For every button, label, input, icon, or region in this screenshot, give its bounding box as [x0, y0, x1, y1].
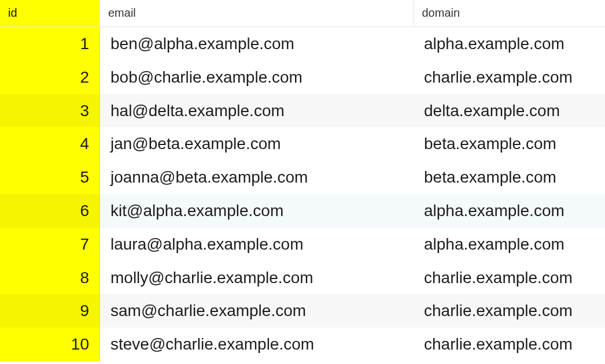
- cell-email: bob@charlie.example.com: [100, 61, 414, 94]
- cell-email: steve@charlie.example.com: [100, 328, 414, 361]
- table-row[interactable]: 5joanna@beta.example.combeta.example.com: [0, 161, 605, 194]
- cell-email: kit@alpha.example.com: [100, 194, 414, 228]
- cell-email: sam@charlie.example.com: [100, 294, 414, 328]
- cell-domain: charlie.example.com: [414, 294, 605, 328]
- cell-email: hal@delta.example.com: [100, 94, 414, 128]
- cell-domain: beta.example.com: [414, 161, 605, 194]
- cell-id: 8: [0, 261, 100, 295]
- cell-domain: alpha.example.com: [414, 228, 605, 261]
- column-header-email[interactable]: email: [100, 0, 414, 27]
- table-row[interactable]: 8molly@charlie.example.comcharlie.exampl…: [0, 261, 605, 295]
- cell-email: ben@alpha.example.com: [100, 27, 414, 61]
- table-row[interactable]: 4jan@beta.example.combeta.example.com: [0, 127, 605, 161]
- cell-id: 1: [0, 27, 100, 61]
- cell-id: 3: [0, 94, 100, 128]
- cell-domain: alpha.example.com: [414, 27, 605, 61]
- cell-id: 6: [0, 194, 100, 228]
- cell-domain: charlie.example.com: [414, 61, 605, 94]
- cell-email: molly@charlie.example.com: [100, 261, 414, 295]
- table-row[interactable]: 7laura@alpha.example.comalpha.example.co…: [0, 228, 605, 261]
- cell-domain: alpha.example.com: [414, 194, 605, 228]
- table-header-row: id email domain: [0, 0, 605, 27]
- cell-email: jan@beta.example.com: [100, 127, 414, 161]
- cell-id: 5: [0, 161, 100, 194]
- table-row[interactable]: 3hal@delta.example.comdelta.example.com: [0, 94, 605, 128]
- cell-domain: beta.example.com: [414, 127, 605, 161]
- cell-id: 9: [0, 294, 100, 328]
- table-row[interactable]: 1ben@alpha.example.comalpha.example.com: [0, 27, 605, 61]
- table-row[interactable]: 9sam@charlie.example.comcharlie.example.…: [0, 294, 605, 328]
- cell-id: 7: [0, 228, 100, 261]
- cell-id: 4: [0, 127, 100, 161]
- results-table: id email domain 1ben@alpha.example.comal…: [0, 0, 605, 364]
- column-header-id[interactable]: id: [0, 0, 100, 27]
- cell-email: laura@alpha.example.com: [100, 228, 414, 261]
- cell-domain: charlie.example.com: [414, 328, 605, 361]
- table-row[interactable]: 10steve@charlie.example.comcharlie.examp…: [0, 328, 605, 361]
- column-header-domain[interactable]: domain: [414, 0, 605, 27]
- table-row[interactable]: 2bob@charlie.example.comcharlie.example.…: [0, 61, 605, 94]
- cell-domain: delta.example.com: [414, 94, 605, 128]
- cell-id: 10: [0, 328, 100, 361]
- cell-domain: charlie.example.com: [414, 261, 605, 295]
- cell-id: 2: [0, 61, 100, 94]
- table-row[interactable]: 6kit@alpha.example.comalpha.example.com: [0, 194, 605, 228]
- cell-email: joanna@beta.example.com: [100, 161, 414, 194]
